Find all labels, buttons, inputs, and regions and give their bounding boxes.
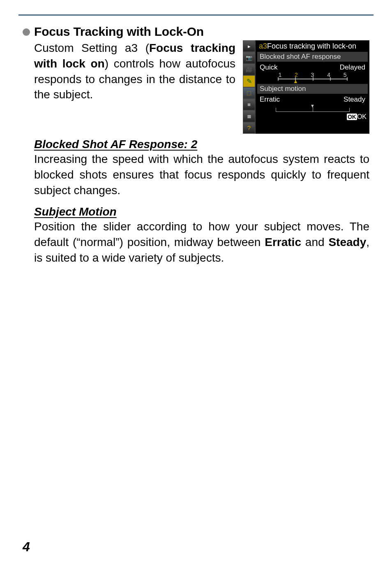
intro-paragraph: Custom Setting a3 (Focus tracking with l… xyxy=(34,40,235,102)
blocked-shot-label: Blocked shot AF response xyxy=(257,52,368,62)
camera-menu-title: a3Focus tracking with lock-on xyxy=(256,40,369,52)
subject-motion-slider: ▼ xyxy=(276,108,350,112)
steady-label: Steady xyxy=(344,95,365,104)
playback-tab-icon: ▸ xyxy=(243,40,255,52)
sm-bold-1: Erratic xyxy=(265,236,301,248)
tick-1: 1 xyxy=(279,72,282,78)
menu-tab-icon: ≡ xyxy=(243,99,255,110)
video-tab-icon: 🎥 xyxy=(243,64,255,75)
ok-text: OK xyxy=(357,113,367,120)
camera-menu-screenshot: ▸ 📷 🎥 ✎ ⬚ ≡ ≣ ? a3Focus tracking with lo… xyxy=(243,40,369,134)
top-horizontal-rule xyxy=(18,14,374,16)
slider-pointer-icon: ▲ xyxy=(293,78,298,84)
sm-text-2: and xyxy=(301,236,328,248)
list-tab-icon: ≣ xyxy=(243,110,255,122)
camera-main-panel: a3Focus tracking with lock-on Blocked sh… xyxy=(255,40,369,134)
tick-5: 5 xyxy=(344,72,347,78)
page-number: 4 xyxy=(23,539,30,555)
quick-label: Quick xyxy=(260,63,277,72)
pencil-tab-icon: ✎ xyxy=(243,75,255,87)
ok-icon: OK xyxy=(347,114,357,120)
subject-motion-subtitle: Subject Motion xyxy=(34,205,369,218)
sm-bold-2: Steady xyxy=(328,236,366,248)
camera-menu-prefix: a3 xyxy=(259,42,267,50)
camera-tab-icon: 📷 xyxy=(243,52,255,63)
section-title: Focus Tracking with Lock-On xyxy=(34,25,204,39)
erratic-label: Erratic xyxy=(260,95,280,104)
camera-menu-title-text: Focus tracking with lock-on xyxy=(267,42,356,50)
section-header: Focus Tracking with Lock-On xyxy=(23,25,369,39)
subject-motion-body: Position the slider according to how you… xyxy=(34,219,369,265)
intro-text-1: Custom Setting a3 ( xyxy=(34,42,149,54)
ok-confirm: OKOK xyxy=(256,113,369,122)
subject-motion-label: Subject motion xyxy=(257,84,368,94)
bullet-icon xyxy=(23,28,30,36)
retouch-tab-icon: ⬚ xyxy=(243,87,255,99)
blocked-shot-slider: 1 2 3 4 5 xyxy=(278,72,348,79)
help-tab-icon: ? xyxy=(243,122,255,134)
blocked-shot-subtitle: Blocked Shot AF Response: 2 xyxy=(34,138,369,151)
blocked-shot-body: Increasing the speed with which the auto… xyxy=(34,151,369,198)
subject-motion-marker-icon: ▼ xyxy=(310,103,315,108)
delayed-label: Delayed xyxy=(340,63,365,72)
camera-sidebar: ▸ 📷 🎥 ✎ ⬚ ≡ ≣ ? xyxy=(243,40,255,134)
